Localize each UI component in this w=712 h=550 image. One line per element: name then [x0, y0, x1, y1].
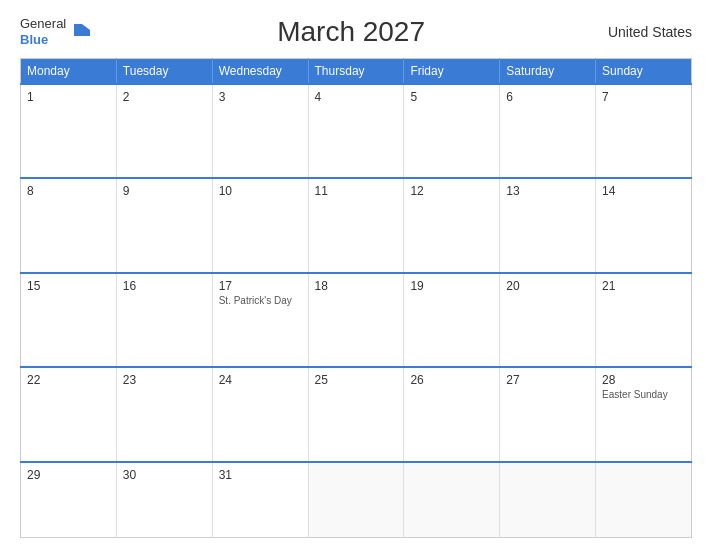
day-number: 7 — [602, 90, 685, 104]
logo-icon — [70, 20, 94, 44]
calendar-cell: 22 — [21, 367, 117, 461]
day-number: 9 — [123, 184, 206, 198]
day-number: 27 — [506, 373, 589, 387]
calendar-cell — [308, 462, 404, 538]
week-row: 22232425262728Easter Sunday — [21, 367, 692, 461]
day-number: 8 — [27, 184, 110, 198]
calendar-cell: 3 — [212, 84, 308, 178]
day-number: 31 — [219, 468, 302, 482]
week-row: 891011121314 — [21, 178, 692, 272]
calendar-cell: 20 — [500, 273, 596, 367]
holiday-label: Easter Sunday — [602, 389, 685, 400]
calendar-cell: 23 — [116, 367, 212, 461]
weekday-row: Monday Tuesday Wednesday Thursday Friday… — [21, 59, 692, 85]
header: General Blue March 2027 United States — [20, 16, 692, 48]
calendar-page: General Blue March 2027 United States Mo… — [0, 0, 712, 550]
calendar-cell: 14 — [596, 178, 692, 272]
day-number: 30 — [123, 468, 206, 482]
calendar-cell: 5 — [404, 84, 500, 178]
logo-text: General Blue — [20, 16, 66, 47]
day-number: 11 — [315, 184, 398, 198]
calendar-cell — [404, 462, 500, 538]
calendar-cell: 25 — [308, 367, 404, 461]
calendar-body: 1234567891011121314151617St. Patrick's D… — [21, 84, 692, 538]
day-number: 18 — [315, 279, 398, 293]
week-row: 293031 — [21, 462, 692, 538]
day-number: 29 — [27, 468, 110, 482]
day-number: 4 — [315, 90, 398, 104]
calendar-cell: 13 — [500, 178, 596, 272]
weekday-thursday: Thursday — [308, 59, 404, 85]
country-label: United States — [608, 24, 692, 40]
weekday-tuesday: Tuesday — [116, 59, 212, 85]
day-number: 25 — [315, 373, 398, 387]
calendar-cell: 29 — [21, 462, 117, 538]
day-number: 5 — [410, 90, 493, 104]
calendar-cell — [596, 462, 692, 538]
day-number: 3 — [219, 90, 302, 104]
day-number: 20 — [506, 279, 589, 293]
day-number: 22 — [27, 373, 110, 387]
week-row: 1234567 — [21, 84, 692, 178]
calendar-cell: 4 — [308, 84, 404, 178]
day-number: 23 — [123, 373, 206, 387]
calendar-header: Monday Tuesday Wednesday Thursday Friday… — [21, 59, 692, 85]
weekday-monday: Monday — [21, 59, 117, 85]
day-number: 13 — [506, 184, 589, 198]
day-number: 14 — [602, 184, 685, 198]
day-number: 12 — [410, 184, 493, 198]
calendar-cell: 21 — [596, 273, 692, 367]
calendar-cell: 10 — [212, 178, 308, 272]
calendar-cell: 28Easter Sunday — [596, 367, 692, 461]
calendar-cell: 9 — [116, 178, 212, 272]
calendar-cell: 15 — [21, 273, 117, 367]
calendar-cell: 24 — [212, 367, 308, 461]
calendar-cell: 26 — [404, 367, 500, 461]
calendar-cell: 18 — [308, 273, 404, 367]
calendar-cell: 17St. Patrick's Day — [212, 273, 308, 367]
calendar-cell — [500, 462, 596, 538]
calendar-cell: 16 — [116, 273, 212, 367]
calendar-cell: 12 — [404, 178, 500, 272]
logo-blue: Blue — [20, 32, 66, 48]
day-number: 10 — [219, 184, 302, 198]
day-number: 19 — [410, 279, 493, 293]
weekday-wednesday: Wednesday — [212, 59, 308, 85]
calendar-cell: 8 — [21, 178, 117, 272]
calendar-cell: 1 — [21, 84, 117, 178]
calendar-cell: 7 — [596, 84, 692, 178]
logo: General Blue — [20, 16, 94, 47]
logo-general: General — [20, 16, 66, 32]
calendar-title: March 2027 — [94, 16, 608, 48]
calendar-cell: 30 — [116, 462, 212, 538]
day-number: 15 — [27, 279, 110, 293]
day-number: 2 — [123, 90, 206, 104]
calendar-cell: 2 — [116, 84, 212, 178]
weekday-sunday: Sunday — [596, 59, 692, 85]
day-number: 26 — [410, 373, 493, 387]
day-number: 21 — [602, 279, 685, 293]
calendar-cell: 11 — [308, 178, 404, 272]
calendar-cell: 31 — [212, 462, 308, 538]
day-number: 28 — [602, 373, 685, 387]
day-number: 24 — [219, 373, 302, 387]
calendar-cell: 27 — [500, 367, 596, 461]
day-number: 17 — [219, 279, 302, 293]
day-number: 6 — [506, 90, 589, 104]
weekday-saturday: Saturday — [500, 59, 596, 85]
calendar-cell: 19 — [404, 273, 500, 367]
calendar-table: Monday Tuesday Wednesday Thursday Friday… — [20, 58, 692, 538]
day-number: 16 — [123, 279, 206, 293]
calendar-cell: 6 — [500, 84, 596, 178]
weekday-friday: Friday — [404, 59, 500, 85]
holiday-label: St. Patrick's Day — [219, 295, 302, 306]
week-row: 151617St. Patrick's Day18192021 — [21, 273, 692, 367]
day-number: 1 — [27, 90, 110, 104]
